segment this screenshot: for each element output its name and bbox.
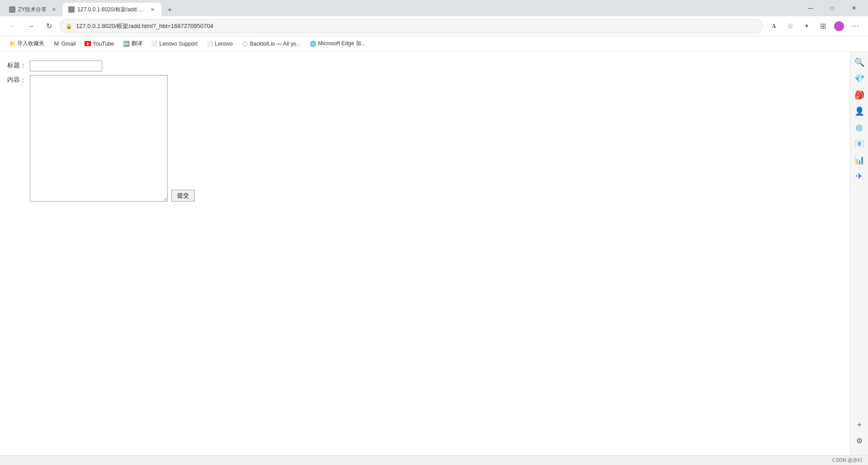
content-input-group: 提交 (30, 75, 195, 202)
bookmark-translate-label: 翻译 (132, 40, 142, 47)
maximize-button[interactable]: □ (822, 0, 843, 16)
copilot-button[interactable]: ✦ (799, 19, 814, 33)
backtoltio-icon: ⬡ (242, 41, 248, 47)
gmail-icon: M (53, 41, 60, 47)
content-label: 内容： (7, 75, 26, 84)
read-mode-button[interactable]: 𝐀 (767, 19, 781, 33)
sidebar-message-icon[interactable]: ✈ (852, 169, 867, 183)
bookmark-lenovo-support-label: Lenovo Support (160, 41, 198, 47)
sidebar-settings-icon[interactable]: ⚙ (852, 433, 867, 448)
bookmark-lenovo[interactable]: 📄 Lenovo (203, 39, 236, 49)
bookmark-lenovo-label: Lenovo (215, 41, 232, 47)
tab-favicon-1 (9, 6, 15, 13)
bookmark-backtoltio-label: Backtolt.io — All yo... (250, 41, 301, 47)
lock-icon: 🔒 (66, 23, 72, 29)
translate-icon: 🔤 (123, 41, 130, 47)
title-form-row: 标题： (7, 61, 843, 71)
tab-add-html[interactable]: 127.0.0.1:8020/框架/add.html?... ✕ (63, 3, 161, 16)
bookmark-gmail[interactable]: M Gmail (50, 39, 79, 49)
back-button[interactable]: ← (5, 19, 20, 33)
title-input[interactable] (30, 61, 102, 71)
csdn-label: CSDN @赤行 (832, 457, 863, 464)
bookmark-lenovo-support[interactable]: 📄 Lenovo Support (148, 39, 202, 49)
favorites-button[interactable]: ☆ (783, 19, 797, 33)
minimize-button[interactable]: — (800, 0, 821, 16)
bookmark-youtube-label: YouTube (93, 41, 114, 47)
tab-bar: ZY技术分享 ✕ 127.0.0.1:8020/框架/add.html?... … (4, 0, 797, 16)
bookmark-import-label: 导入收藏夹 (17, 40, 44, 47)
collections-button[interactable]: ⊞ (816, 19, 830, 33)
bookmark-youtube[interactable]: YouTube (81, 39, 118, 49)
sidebar-bottom: ＋ ⚙ (852, 417, 867, 451)
address-text: 127.0.0.1:8020/框架/add.html?_hbt=16872709… (76, 22, 757, 30)
bookmarks-bar: 📁 导入收藏夹 M Gmail YouTube 🔤 翻译 📄 Lenovo Su… (0, 36, 868, 52)
sidebar-outlook-icon[interactable]: 📧 (852, 136, 867, 151)
bookmark-gmail-label: Gmail (61, 41, 75, 47)
tab-close-1[interactable]: ✕ (50, 6, 57, 13)
content-area: 标题： 内容： 提交 🔍 💎 🎒 👤 ◎ 📧 📊 ✈ (0, 52, 868, 455)
nav-actions: 𝐀 ☆ ✦ ⊞ ⋯ (767, 19, 863, 33)
tab-favicon-2 (68, 6, 75, 13)
bookmark-import[interactable]: 📁 导入收藏夹 (5, 38, 48, 49)
forward-button[interactable]: → (24, 19, 38, 33)
lenovo-support-icon: 📄 (151, 41, 158, 47)
tab-zy[interactable]: ZY技术分享 ✕ (4, 3, 63, 16)
window-controls: — □ ✕ (800, 0, 864, 16)
tab-title-1: ZY技术分享 (18, 6, 47, 14)
content-textarea[interactable] (30, 75, 168, 202)
page-content: 标题： 内容： 提交 (0, 52, 850, 455)
tab-close-2[interactable]: ✕ (149, 6, 156, 13)
sidebar-search-icon[interactable]: 🔍 (852, 55, 867, 70)
youtube-icon (85, 41, 91, 47)
sidebar-circle-icon[interactable]: ◎ (852, 120, 867, 135)
title-bar: ZY技术分享 ✕ 127.0.0.1:8020/框架/add.html?... … (0, 0, 868, 16)
content-form-row: 内容： 提交 (7, 75, 843, 202)
sidebar-chart-icon[interactable]: 📊 (852, 153, 867, 167)
more-options-button[interactable]: ⋯ (848, 19, 863, 33)
bookmark-translate[interactable]: 🔤 翻译 (120, 38, 146, 49)
bookmark-edge-addons[interactable]: 🌐 Microsoft Edge 加... (306, 38, 369, 49)
title-label: 标题： (7, 61, 26, 70)
edge-icon: 🌐 (310, 41, 316, 47)
close-button[interactable]: ✕ (844, 0, 864, 16)
sidebar-collections-icon[interactable]: 💎 (852, 71, 867, 86)
status-bar: CSDN @赤行 (0, 455, 868, 465)
bookmark-backtoltio[interactable]: ⬡ Backtolt.io — All yo... (238, 39, 305, 49)
browser-window: ZY技术分享 ✕ 127.0.0.1:8020/框架/add.html?... … (0, 0, 868, 465)
nav-bar: ← → ↻ 🔒 127.0.0.1:8020/框架/add.html?_hbt=… (0, 16, 868, 36)
submit-button[interactable]: 提交 (171, 190, 195, 202)
tab-title-2: 127.0.0.1:8020/框架/add.html?... (77, 6, 145, 14)
lenovo-icon: 📄 (207, 41, 213, 47)
profile-button[interactable] (832, 19, 846, 33)
right-sidebar: 🔍 💎 🎒 👤 ◎ 📧 📊 ✈ ＋ ⚙ (850, 52, 868, 455)
bookmark-edge-label: Microsoft Edge 加... (318, 40, 365, 47)
folder-icon: 📁 (9, 41, 15, 47)
sidebar-person-icon[interactable]: 👤 (852, 104, 867, 118)
new-tab-button[interactable]: + (163, 4, 176, 16)
sidebar-add-icon[interactable]: ＋ (852, 417, 867, 432)
sidebar-bag-icon[interactable]: 🎒 (852, 88, 867, 102)
refresh-button[interactable]: ↻ (42, 19, 56, 33)
address-bar[interactable]: 🔒 127.0.0.1:8020/框架/add.html?_hbt=168727… (60, 19, 763, 33)
